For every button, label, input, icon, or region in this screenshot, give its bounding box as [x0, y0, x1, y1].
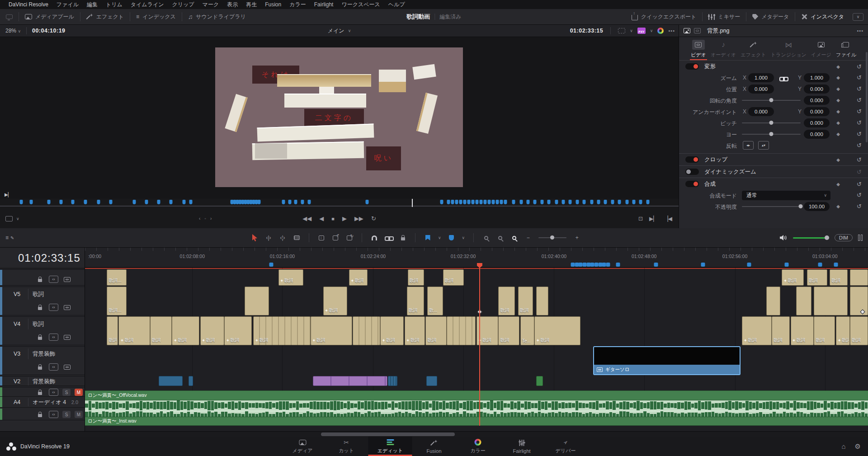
page-tab-Fusion[interactable]: Fusion	[412, 437, 456, 456]
track-header-v3[interactable]: V3背景装飾 ‹›	[0, 346, 85, 375]
menu-item[interactable]: 編集	[83, 1, 102, 9]
menu-item[interactable]: タイムライン	[127, 1, 168, 9]
stop-button[interactable]: ■	[331, 216, 335, 221]
metadata-button[interactable]: メタデータ	[746, 9, 795, 24]
overwrite-clip-button[interactable]	[332, 234, 339, 242]
linked-selection-button[interactable]	[385, 234, 392, 242]
scrub-marker[interactable]	[632, 200, 635, 204]
timeline-marker[interactable]	[571, 263, 575, 267]
keyframe-icon[interactable]: ◆	[836, 75, 840, 80]
scrub-marker[interactable]	[282, 200, 285, 204]
timeline-clip[interactable]: 歌詞	[349, 269, 368, 286]
scrub-marker[interactable]	[597, 200, 600, 204]
keyframe-icon[interactable]: ◆	[836, 132, 840, 136]
auto-select-button[interactable]: ‹›	[49, 363, 58, 371]
auto-select-button[interactable]: ‹›	[49, 334, 58, 341]
tab-ファイル[interactable]: ファイル	[835, 39, 857, 60]
reset-icon[interactable]: ↺	[857, 203, 862, 210]
scrub-marker[interactable]	[133, 200, 136, 204]
timeline-clip[interactable]: 歌詞	[425, 316, 447, 345]
audio-clip-inst[interactable]: ロン〜満貫〜_Inst.wav	[85, 417, 868, 426]
scrub-marker[interactable]	[519, 200, 523, 204]
menu-item[interactable]: ファイル	[52, 1, 83, 9]
scrub-playhead[interactable]	[412, 199, 413, 207]
timeline-clip[interactable]	[388, 376, 397, 386]
timeline-clip[interactable]: 歌詞	[107, 316, 118, 345]
scrub-marker[interactable]	[60, 200, 63, 204]
tab-エフェクト[interactable]: エフェクト	[740, 39, 767, 60]
scrub-marker[interactable]	[583, 200, 586, 204]
composite-mode-select[interactable]: 通常∨	[742, 191, 830, 200]
scrub-marker[interactable]	[611, 200, 614, 204]
timeline-marker[interactable]	[654, 263, 658, 267]
reset-icon[interactable]: ↺	[857, 85, 862, 92]
track-lock-button[interactable]	[35, 411, 45, 418]
zoom-custom-button[interactable]	[510, 234, 518, 242]
timeline-clip[interactable]: 歌詞	[253, 316, 310, 345]
track-film-icon[interactable]	[62, 363, 72, 371]
flip-vertical-button[interactable]: ▴▾	[758, 141, 769, 150]
track-header-v2[interactable]: V2背景装飾	[0, 376, 85, 386]
timeline-marker[interactable]	[594, 263, 598, 267]
menu-item[interactable]: カラー	[285, 1, 310, 9]
media-pool-button[interactable]: メディアプール	[19, 9, 80, 24]
timeline-clip[interactable]	[245, 287, 269, 315]
composite-toggle[interactable]	[685, 181, 699, 187]
reset-icon[interactable]: ↺	[857, 156, 862, 163]
keyframe-icon[interactable]: ◆	[836, 109, 840, 114]
solo-button[interactable]: S	[62, 411, 71, 418]
rotation-slider[interactable]	[742, 100, 801, 101]
keyframe-icon[interactable]: ◆	[836, 157, 840, 162]
timeline-marker[interactable]	[784, 263, 788, 267]
timeline-horizontal-scrollbar[interactable]	[0, 431, 868, 437]
timeline-clip[interactable]: 歌詞	[200, 316, 225, 345]
timeline-marker[interactable]	[818, 263, 822, 267]
timeline-clip[interactable]: 歌詞	[443, 269, 464, 286]
reset-icon[interactable]: ↺	[857, 131, 862, 137]
timeline-marker[interactable]	[701, 263, 705, 267]
scrub-marker[interactable]	[258, 200, 261, 204]
viewer-scrub-bar[interactable]	[0, 199, 679, 209]
timeline-marker[interactable]	[602, 263, 606, 267]
position-lock-button[interactable]	[399, 234, 406, 242]
scrub-marker[interactable]	[488, 200, 491, 204]
scrub-marker[interactable]	[97, 200, 100, 204]
mute-button[interactable]: M	[75, 389, 83, 396]
inspector-button[interactable]: インスペクタ	[795, 9, 850, 24]
keyframe-icon[interactable]: ◆	[836, 182, 840, 187]
scrub-marker[interactable]	[639, 200, 642, 204]
pitch-slider[interactable]	[742, 122, 801, 123]
menu-item[interactable]: クリップ	[168, 1, 198, 9]
reset-icon[interactable]: ↺	[857, 169, 862, 175]
page-tab-Fairlight[interactable]: Fairlight	[500, 437, 544, 456]
scrub-marker[interactable]	[576, 200, 579, 204]
scrub-marker[interactable]	[526, 200, 529, 204]
timeline-clip[interactable]: 歌...	[427, 287, 443, 315]
zoom-out-button[interactable]: −	[524, 234, 532, 242]
auto-select-button[interactable]: ‹›	[49, 304, 58, 311]
timeline-clip[interactable]: 歌詞	[311, 316, 352, 345]
timeline-marker[interactable]	[586, 263, 590, 267]
opacity-slider[interactable]	[742, 206, 801, 207]
dynamic-zoom-toggle[interactable]	[685, 169, 699, 175]
reset-icon[interactable]: ↺	[857, 108, 862, 115]
scrub-marker[interactable]	[19, 200, 23, 204]
scrub-marker[interactable]	[476, 200, 479, 204]
audio-clip-offvocal[interactable]: ロン〜満貫〜_OffVocal.wav	[85, 390, 868, 400]
scrub-marker[interactable]	[496, 200, 499, 204]
scrub-marker[interactable]	[512, 200, 515, 204]
keyframe-icon[interactable]: ◆	[836, 98, 840, 103]
zoom-y-field[interactable]: 1.000	[804, 73, 830, 82]
scrub-marker[interactable]	[170, 200, 173, 204]
timeline-marker[interactable]	[616, 263, 620, 267]
opacity-field[interactable]: 100.00	[804, 202, 830, 211]
scrub-marker[interactable]	[467, 200, 471, 204]
reset-icon[interactable]: ↺	[857, 97, 862, 103]
scrub-marker[interactable]	[301, 200, 304, 204]
track-header-v5[interactable]: V5歌詞 ‹›	[0, 287, 85, 315]
scrub-marker[interactable]	[182, 200, 185, 204]
timeline-clip[interactable]	[850, 287, 868, 315]
zoom-full-extent-button[interactable]	[482, 234, 490, 242]
play-button[interactable]: ▶	[342, 215, 347, 222]
track-lock-button[interactable]	[35, 363, 45, 371]
